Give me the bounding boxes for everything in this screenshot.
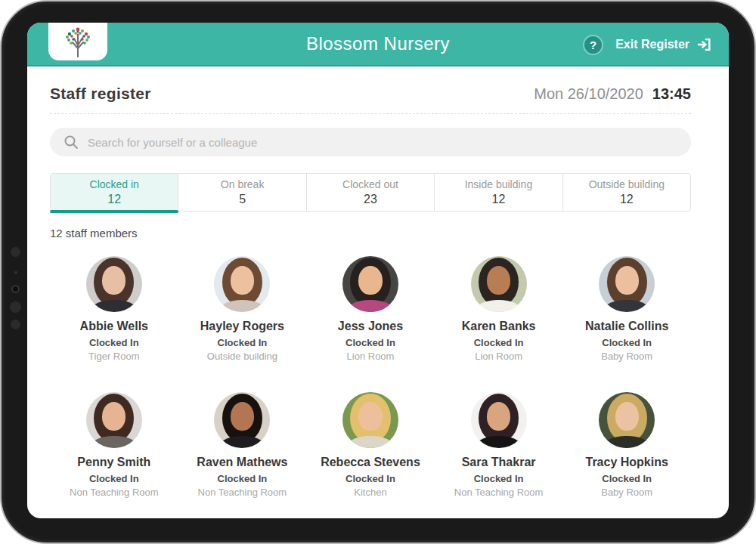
logout-icon [696,36,712,53]
staff-name: Raven Mathews [181,456,302,469]
tree-logo-icon [63,25,93,58]
avatar [214,392,270,448]
staff-room: Lion Room [438,351,559,362]
bezel-sensor-dot [11,247,20,257]
filter-tabs: Clocked in 12 On break 5 Clocked out 23 … [50,173,691,212]
header-actions: ? Exit Register [583,23,712,66]
exit-register-label: Exit Register [615,38,689,51]
staff-status: Clocked In [54,473,175,484]
staff-name: Natalie Collins [566,320,687,333]
staff-status: Clocked In [310,473,431,484]
staff-status: Clocked In [438,473,559,484]
tab-label: Inside building [465,178,533,190]
search-input[interactable] [88,136,677,149]
heading-row: Staff register Mon 26/10/2020 13:45 [50,85,691,103]
front-camera [11,285,20,293]
avatar [599,392,655,448]
staff-room: Kitchen [310,487,431,498]
tab-clocked-out[interactable]: Clocked out 23 [307,174,435,211]
tab-label: Clocked out [342,178,398,190]
staff-name: Karen Banks [438,320,559,333]
tab-label: On break [221,178,265,190]
staff-room: Non Teaching Room [438,487,559,498]
avatar [214,256,270,312]
staff-count-summary: 12 staff members [50,227,691,240]
staff-card-tracy-hopkins[interactable]: Tracy Hopkins Clocked In Baby Room [566,392,687,498]
avatar [471,392,527,448]
exit-register-button[interactable]: Exit Register [615,36,712,53]
staff-status: Clocked In [310,337,431,348]
staff-name: Rebecca Stevens [310,456,431,469]
dashed-divider [50,113,691,114]
avatar [86,256,142,312]
staff-name: Hayley Rogers [181,320,302,333]
help-button[interactable]: ? [583,35,603,55]
tab-count: 5 [239,193,246,206]
tablet-frame: Blossom Nursery ? Exit Register Staff re… [0,0,756,544]
staff-status: Clocked In [181,337,302,348]
bezel-sensor-dot [11,320,20,329]
app-screen: Blossom Nursery ? Exit Register Staff re… [27,23,729,518]
tab-count: 12 [107,193,121,206]
staff-name: Sara Thakrar [438,456,559,469]
tab-count: 12 [620,193,634,206]
staff-status: Clocked In [566,337,687,348]
staff-card-jess-jones[interactable]: Jess Jones Clocked In Lion Room [310,256,431,362]
staff-status: Clocked In [54,337,175,348]
tab-on-break[interactable]: On break 5 [178,174,306,211]
staff-grid: Abbie Wells Clocked In Tiger Room Hayley… [50,256,691,498]
staff-card-natalie-collins[interactable]: Natalie Collins Clocked In Baby Room [566,256,687,362]
staff-room: Tiger Room [54,351,175,362]
search-icon [64,134,79,150]
staff-card-raven-mathews[interactable]: Raven Mathews Clocked In Non Teaching Ro… [181,392,302,498]
page-title: Staff register [50,85,151,103]
staff-name: Tracy Hopkins [566,456,687,469]
bezel-sensor-dot [14,271,17,274]
avatar [471,256,527,312]
staff-card-abbie-wells[interactable]: Abbie Wells Clocked In Tiger Room [54,256,175,362]
staff-card-penny-smith[interactable]: Penny Smith Clocked In Non Teaching Room [54,392,175,498]
staff-card-karen-banks[interactable]: Karen Banks Clocked In Lion Room [438,256,559,362]
app-title: Blossom Nursery [306,33,450,54]
staff-room: Baby Room [566,351,687,362]
tab-count: 23 [364,193,377,206]
staff-status: Clocked In [181,473,302,484]
staff-name: Jess Jones [310,320,431,333]
staff-card-rebecca-stevens[interactable]: Rebecca Stevens Clocked In Kitchen [310,392,431,498]
staff-name: Abbie Wells [54,320,175,333]
avatar [342,256,398,312]
staff-room: Baby Room [566,487,687,498]
staff-status: Clocked In [438,337,559,348]
staff-room: Non Teaching Room [54,487,175,498]
avatar [599,256,655,312]
search-bar [50,128,691,156]
staff-name: Penny Smith [54,456,175,469]
current-date: Mon 26/10/2020 [534,85,643,103]
bezel-sensor-dot [10,301,21,313]
staff-card-hayley-rogers[interactable]: Hayley Rogers Clocked In Outside buildin… [181,256,302,362]
staff-card-sara-thakrar[interactable]: Sara Thakrar Clocked In Non Teaching Roo… [438,392,559,498]
nursery-logo [48,23,107,60]
tab-outside-building[interactable]: Outside building 12 [563,174,690,211]
main-content: Staff register Mon 26/10/2020 13:45 Cloc… [27,85,729,498]
avatar [342,392,398,448]
tab-label: Outside building [589,178,665,190]
avatar [86,392,142,448]
staff-status: Clocked In [566,473,687,484]
tab-clocked-in[interactable]: Clocked in 12 [51,174,178,211]
staff-room: Outside building [181,351,302,362]
staff-room: Lion Room [310,351,431,362]
tab-inside-building[interactable]: Inside building 12 [435,174,562,211]
datetime: Mon 26/10/2020 13:45 [534,85,691,103]
staff-room: Non Teaching Room [181,487,302,498]
tab-count: 12 [492,193,506,206]
current-time: 13:45 [652,85,691,103]
tab-label: Clocked in [90,178,139,190]
app-header: Blossom Nursery ? Exit Register [27,23,729,66]
